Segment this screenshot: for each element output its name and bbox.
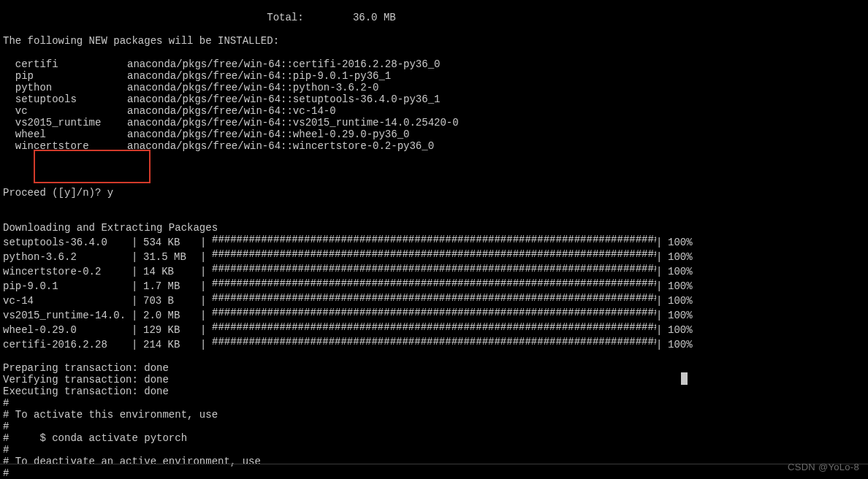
hint-line: #: [3, 444, 9, 456]
progress-bar: ########################################…: [212, 307, 656, 318]
watermark-label: CSDN @YoLo-8: [788, 461, 859, 473]
separator: |: [656, 324, 668, 336]
progress-bar: ########################################…: [212, 263, 656, 275]
download-size: 534 KB: [143, 237, 200, 248]
total-line: Total: 36.0 MB: [3, 12, 396, 23]
package-row: setuptoolsanaconda/pkgs/free/win-64::set…: [3, 93, 865, 105]
separator: |: [656, 339, 668, 350]
progress-bar: ########################################…: [212, 234, 656, 245]
download-size: 31.5 MB: [143, 251, 200, 263]
download-name: wheel-0.29.0: [3, 324, 132, 336]
download-row: wheel-0.29.0| 129 KB| ##################…: [3, 321, 865, 336]
separator: |: [200, 324, 212, 336]
separator: |: [656, 295, 668, 307]
package-row: pythonanaconda/pkgs/free/win-64::python-…: [3, 82, 865, 93]
separator: |: [132, 266, 143, 277]
download-row: setuptools-36.4.0| 534 KB| #############…: [3, 234, 865, 248]
download-percent: 100%: [668, 324, 693, 336]
txn-verifying: Verifying transaction: done: [3, 374, 169, 386]
download-percent: 100%: [668, 339, 693, 350]
download-row: certifi-2016.2.28| 214 KB| #############…: [3, 336, 865, 350]
separator: |: [656, 280, 668, 292]
separator: |: [132, 237, 143, 248]
packages-list: certifianaconda/pkgs/free/win-64::certif…: [3, 58, 865, 152]
package-spec: anaconda/pkgs/free/win-64::setuptools-36…: [127, 93, 440, 105]
download-size: 214 KB: [143, 339, 200, 350]
download-row: python-3.6.2| 31.5 MB| #################…: [3, 248, 865, 263]
download-percent: 100%: [668, 295, 693, 307]
separator: |: [132, 324, 143, 336]
package-row: wheelanaconda/pkgs/free/win-64::wheel-0.…: [3, 129, 865, 140]
separator: |: [200, 339, 212, 350]
progress-bar: ########################################…: [212, 321, 656, 333]
proceed-prompt: Proceed ([y]/n)? y: [3, 187, 113, 199]
hint-line: # $ conda activate pytorch: [3, 432, 187, 444]
hint-line: #: [3, 397, 9, 409]
package-spec: anaconda/pkgs/free/win-64::vc-14-0: [127, 105, 336, 117]
package-name: python: [3, 82, 127, 93]
download-name: setuptools-36.4.0: [3, 237, 132, 248]
download-name: pip-9.0.1: [3, 280, 132, 292]
progress-bar: ########################################…: [212, 248, 656, 260]
download-name: certifi-2016.2.28: [3, 339, 132, 350]
package-name: vc: [3, 105, 127, 117]
download-size: 129 KB: [143, 324, 200, 336]
package-name: pip: [3, 70, 127, 82]
separator: |: [656, 237, 668, 248]
separator: |: [656, 251, 668, 263]
package-spec: anaconda/pkgs/free/win-64::wheel-0.29.0-…: [127, 129, 409, 140]
download-row: pip-9.0.1| 1.7 MB| #####################…: [3, 277, 865, 292]
download-row: vc-14| 703 B| ##########################…: [3, 292, 865, 307]
package-spec: anaconda/pkgs/free/win-64::pip-9.0.1-py3…: [127, 70, 391, 82]
progress-bar: ########################################…: [212, 277, 656, 289]
hint-line: #: [3, 421, 9, 432]
package-name: certifi: [3, 58, 127, 70]
separator: |: [132, 310, 143, 321]
download-size: 14 KB: [143, 266, 200, 277]
separator: |: [200, 266, 212, 277]
separator: |: [200, 251, 212, 263]
separator: |: [200, 237, 212, 248]
separator: |: [200, 295, 212, 307]
hint-line: # To activate this environment, use: [3, 409, 218, 421]
separator: |: [656, 266, 668, 277]
package-row: pipanaconda/pkgs/free/win-64::pip-9.0.1-…: [3, 70, 865, 82]
download-size: 703 B: [143, 295, 200, 307]
separator: |: [132, 251, 143, 263]
hint-line: # To deactivate an active environment, u…: [3, 456, 261, 467]
downloads-list: setuptools-36.4.0| 534 KB| #############…: [3, 234, 865, 350]
download-size: 1.7 MB: [143, 280, 200, 292]
txn-preparing: Preparing transaction: done: [3, 362, 169, 374]
package-spec: anaconda/pkgs/free/win-64::wincertstore-…: [127, 140, 434, 152]
download-name: wincertstore-0.2: [3, 266, 132, 277]
download-row: wincertstore-0.2| 14 KB| ###############…: [3, 263, 865, 277]
package-name: wheel: [3, 129, 127, 140]
package-row: certifianaconda/pkgs/free/win-64::certif…: [3, 58, 865, 70]
package-row: vcanaconda/pkgs/free/win-64::vc-14-0: [3, 105, 865, 117]
separator: |: [200, 310, 212, 321]
package-name: vs2015_runtime: [3, 117, 127, 129]
download-name: vc-14: [3, 295, 132, 307]
download-size: 2.0 MB: [143, 310, 200, 321]
download-percent: 100%: [668, 310, 693, 321]
download-name: python-3.6.2: [3, 251, 132, 263]
separator: |: [200, 280, 212, 292]
progress-bar: ########################################…: [212, 292, 656, 304]
terminal-output[interactable]: Total: 36.0 MB The following NEW package…: [0, 0, 868, 479]
txn-executing: Executing transaction: done: [3, 386, 169, 397]
download-percent: 100%: [668, 280, 693, 292]
download-header: Downloading and Extracting Packages: [3, 222, 218, 234]
divider: [0, 464, 868, 464]
text-cursor: [681, 372, 688, 385]
download-name: vs2015_runtime-14.0.: [3, 310, 132, 321]
download-row: vs2015_runtime-14.0.| 2.0 MB| ##########…: [3, 307, 865, 321]
package-spec: anaconda/pkgs/free/win-64::python-3.6.2-…: [127, 82, 378, 93]
package-row: vs2015_runtimeanaconda/pkgs/free/win-64:…: [3, 117, 865, 129]
separator: |: [132, 280, 143, 292]
package-name: setuptools: [3, 93, 127, 105]
separator: |: [132, 295, 143, 307]
hint-line: #: [3, 467, 9, 479]
download-percent: 100%: [668, 237, 693, 248]
package-name: wincertstore: [3, 140, 127, 152]
progress-bar: ########################################…: [212, 336, 656, 348]
